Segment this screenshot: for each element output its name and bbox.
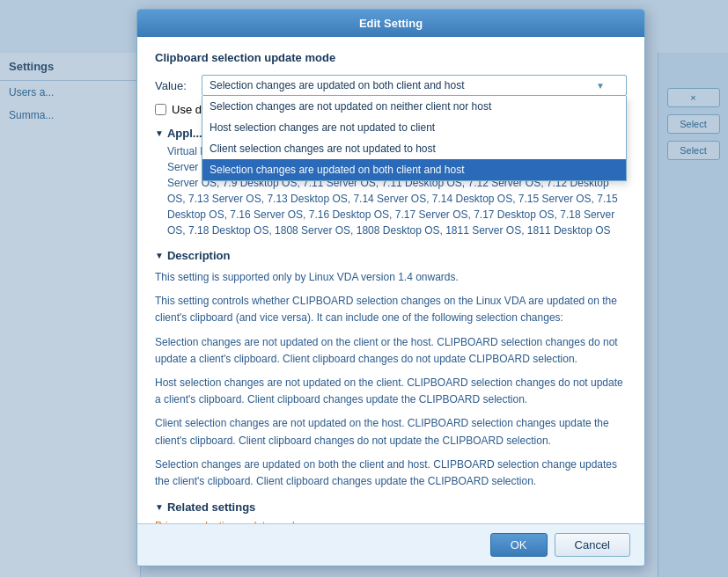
desc-para-3: Host selection changes are not updated o…	[155, 375, 627, 408]
description-section: ▼ Description This setting is supported …	[155, 249, 627, 490]
desc-para-1: This setting controls whether CLIPBOARD …	[155, 293, 627, 326]
dropdown-option-0[interactable]: Selection changes are not updated on nei…	[202, 96, 626, 117]
dropdown-container: Selection changes are updated on both cl…	[202, 75, 627, 96]
description-header-label: Description	[167, 249, 231, 262]
dropdown-arrow-icon: ▼	[596, 81, 605, 91]
related-header: ▼ Related settings	[155, 500, 627, 514]
applied-header-label: Appl...	[167, 127, 202, 140]
ok-button[interactable]: OK	[490, 533, 548, 557]
related-header-label: Related settings	[167, 500, 255, 514]
value-row: Value: Selection changes are updated on …	[155, 75, 627, 96]
related-section: ▼ Related settings Primary selection upd…	[155, 500, 627, 523]
dialog-body: Clipboard selection update mode Value: S…	[137, 37, 644, 523]
edit-setting-dialog: Edit Setting Clipboard selection update …	[136, 9, 645, 566]
description-header: ▼ Description	[155, 249, 627, 262]
dropdown-option-2[interactable]: Client selection changes are not updated…	[202, 138, 626, 159]
related-triangle-icon: ▼	[155, 502, 164, 512]
value-label: Value:	[155, 79, 195, 92]
description-triangle-icon: ▼	[155, 251, 164, 260]
value-dropdown[interactable]: Selection changes are updated on both cl…	[202, 75, 627, 96]
applied-triangle-icon: ▼	[155, 128, 164, 138]
desc-para-2: Selection changes are not updated on the…	[155, 334, 627, 368]
dialog-footer: OK Cancel	[137, 523, 644, 566]
dropdown-menu: Selection changes are not updated on nei…	[202, 96, 627, 181]
desc-para-5: Selection changes are updated on both th…	[155, 456, 627, 490]
dropdown-option-1[interactable]: Host selection changes are not updated t…	[202, 117, 626, 138]
related-link[interactable]: Primary selection update mode	[155, 520, 300, 523]
section-title: Clipboard selection update mode	[155, 51, 627, 64]
desc-para-0: This setting is supported only by Linux …	[155, 269, 627, 286]
use-default-checkbox[interactable]	[155, 104, 166, 115]
dialog-title: Edit Setting	[137, 10, 644, 37]
desc-para-4: Client selection changes are not updated…	[155, 415, 627, 449]
dropdown-option-3[interactable]: Selection changes are updated on both cl…	[202, 159, 626, 180]
cancel-button[interactable]: Cancel	[555, 533, 630, 557]
dropdown-selected-text: Selection changes are updated on both cl…	[210, 79, 465, 91]
